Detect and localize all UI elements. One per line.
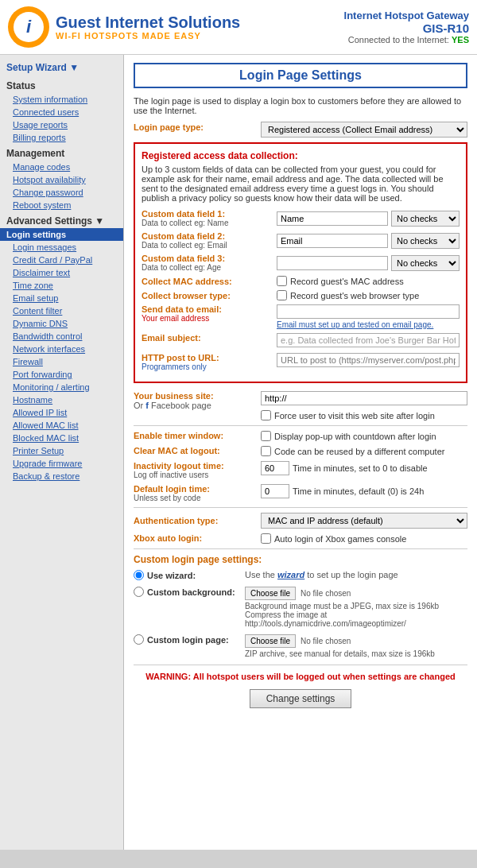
xbox-text: Auto login of Xbox games console xyxy=(274,534,406,544)
sidebar-item-system-information[interactable]: System information xyxy=(0,93,123,106)
bg-radio-row: Custom background: Choose file No file c… xyxy=(134,587,467,628)
collect-mac-label: Collect MAC address: xyxy=(142,277,277,286)
custom-field-1-label: Custom data field 1: Data to collect eg:… xyxy=(142,209,277,227)
custom-field-3-input[interactable] xyxy=(277,256,388,270)
wizard-radio-col: Use wizard: xyxy=(134,570,245,580)
sidebar-item-backup-restore[interactable]: Backup & restore xyxy=(0,470,123,482)
app-name: Guest Internet Solutions xyxy=(56,14,240,31)
sidebar-item-time-zone[interactable]: Time zone xyxy=(0,279,123,292)
http-post-wrap xyxy=(277,353,460,369)
login-page-type-row: Login page type: Registered access (Coll… xyxy=(134,122,467,138)
logo-i-letter: i xyxy=(26,17,31,37)
sidebar-item-network-interfaces[interactable]: Network interfaces xyxy=(0,343,123,355)
custom-field-1-check: No checks Email check xyxy=(391,211,460,227)
xbox-control: Auto login of Xbox games console xyxy=(261,533,467,544)
sidebar-item-login-messages[interactable]: Login messages xyxy=(0,241,123,254)
custom-field-2-check: No checks Email check xyxy=(391,233,460,249)
force-visit-text: Force user to visit this web site after … xyxy=(274,411,435,420)
custom-field-1-check-select[interactable]: No checks Email check xyxy=(391,211,460,227)
management-section-label: Management xyxy=(0,144,123,161)
custom-field-2-input[interactable] xyxy=(277,234,388,248)
page-radio-content: Choose file No file chosen ZIP archive, … xyxy=(245,634,467,658)
auth-select[interactable]: MAC and IP address (default) MAC address… xyxy=(261,513,467,529)
sidebar-item-change-password[interactable]: Change password xyxy=(0,186,123,199)
xbox-row: Xbox auto login: Auto login of Xbox game… xyxy=(134,533,467,544)
default-login-input[interactable] xyxy=(261,484,289,498)
sidebar-item-hotspot-availability[interactable]: Hotspot availability xyxy=(0,173,123,186)
page-choose-file-button[interactable]: Choose file xyxy=(245,634,296,648)
timer-text: Display pop-up with countdown after logi… xyxy=(274,432,436,441)
sidebar-item-reboot-system[interactable]: Reboot system xyxy=(0,199,123,211)
sidebar-item-printer-setup[interactable]: Printer Setup xyxy=(0,444,123,457)
sidebar-item-upgrade-firmware[interactable]: Upgrade firmware xyxy=(0,457,123,470)
collect-mac-row: Collect MAC address: Record guest's MAC … xyxy=(142,276,460,286)
clear-mac-checkbox[interactable] xyxy=(261,446,271,456)
page-radio[interactable] xyxy=(134,634,144,645)
custom-field-3-input-wrap xyxy=(277,256,388,270)
sidebar-item-credit-card[interactable]: Credit Card / PayPal xyxy=(0,254,123,266)
http-post-input[interactable] xyxy=(277,353,460,367)
clear-mac-row: Clear MAC at logout: Code can be reused … xyxy=(134,446,467,456)
sidebar-item-email-setup[interactable]: Email setup xyxy=(0,292,123,304)
inactivity-input[interactable] xyxy=(261,461,289,475)
main-content: Login Page Settings The login page is us… xyxy=(123,55,477,850)
setup-wizard-link[interactable]: Setup Wizard ▼ xyxy=(0,59,123,76)
timer-label: Enable timer window: xyxy=(134,431,261,440)
collect-mac-checkbox[interactable] xyxy=(277,276,287,286)
wizard-link[interactable]: wizard xyxy=(277,570,304,579)
sidebar-item-allowed-ip-list[interactable]: Allowed IP list xyxy=(0,406,123,419)
advanced-section-label: Advanced Settings ▼ xyxy=(0,211,123,228)
sidebar-item-connected-users[interactable]: Connected users xyxy=(0,106,123,118)
change-settings-button[interactable]: Change settings xyxy=(250,689,352,708)
send-email-input[interactable] xyxy=(277,304,460,319)
sidebar-item-allowed-mac-list[interactable]: Allowed MAC list xyxy=(0,419,123,432)
sidebar-item-dynamic-dns[interactable]: Dynamic DNS xyxy=(0,317,123,330)
custom-field-3-check-select[interactable]: No checks Email check xyxy=(391,255,460,271)
email-subject-input[interactable] xyxy=(277,333,460,347)
bg-radio[interactable] xyxy=(134,587,144,597)
send-email-wrap: Email must set up and tested on email pa… xyxy=(277,304,460,329)
collect-browser-text: Record guest's web browser type xyxy=(290,291,419,300)
custom-field-2-check-select[interactable]: No checks Email check xyxy=(391,233,460,249)
default-login-row: Default login time: Unless set by code T… xyxy=(134,484,467,502)
custom-field-1-input[interactable] xyxy=(277,211,388,226)
sidebar-item-content-filter[interactable]: Content filter xyxy=(0,304,123,317)
inactivity-control: Time in minutes, set to 0 to disable xyxy=(261,461,467,475)
header: i Guest Internet Solutions WI-FI HOTSPOT… xyxy=(0,0,477,55)
sidebar-item-monitoring-alerting[interactable]: Monitoring / alerting xyxy=(0,381,123,393)
bg-radio-label: Custom background: xyxy=(147,587,235,597)
send-email-label: Send data to email: Your email address xyxy=(142,304,277,323)
sidebar: Setup Wizard ▼ Status System information… xyxy=(0,55,123,850)
xbox-checkbox[interactable] xyxy=(261,533,271,544)
force-visit-checkbox[interactable] xyxy=(261,410,271,420)
wizard-radio-label: Use wizard: xyxy=(147,571,196,580)
wizard-radio[interactable] xyxy=(134,570,144,580)
sidebar-item-bandwidth-control[interactable]: Bandwidth control xyxy=(0,330,123,343)
business-site-input[interactable] xyxy=(261,391,467,405)
email-subject-wrap xyxy=(277,333,460,349)
bg-choose-file-button[interactable]: Choose file xyxy=(245,587,296,600)
auth-label: Authentication type: xyxy=(134,516,261,525)
sidebar-item-disclaimer-text[interactable]: Disclaimer text xyxy=(0,266,123,279)
default-login-note: Time in minutes, default (0) is 24h xyxy=(293,486,424,496)
sidebar-item-usage-reports[interactable]: Usage reports xyxy=(0,118,123,131)
sidebar-item-login-settings[interactable]: Login settings xyxy=(0,228,123,241)
app-model: GIS-R10 xyxy=(344,21,469,35)
sidebar-item-billing-reports[interactable]: Billing reports xyxy=(0,131,123,144)
logo-area: i Guest Internet Solutions WI-FI HOTSPOT… xyxy=(8,6,240,48)
sidebar-item-hostname[interactable]: Hostname xyxy=(0,393,123,406)
timer-checkbox[interactable] xyxy=(261,431,271,441)
login-page-type-control: Registered access (Collect Email address… xyxy=(261,122,467,138)
xbox-label: Xbox auto login: xyxy=(134,533,261,543)
bg-radio-content: Choose file No file chosen Background im… xyxy=(245,587,467,628)
connection-status: Connected to the Internet: YES xyxy=(344,35,469,45)
sidebar-item-manage-codes[interactable]: Manage codes xyxy=(0,161,123,173)
sidebar-item-port-forwarding[interactable]: Port forwarding xyxy=(0,368,123,381)
collect-browser-checkbox[interactable] xyxy=(277,290,287,300)
sidebar-item-firewall[interactable]: Firewall xyxy=(0,355,123,368)
auth-row: Authentication type: MAC and IP address … xyxy=(134,513,467,529)
login-page-type-select[interactable]: Registered access (Collect Email address… xyxy=(261,122,467,138)
app-title: Internet Hotspot Gateway xyxy=(344,10,469,21)
sidebar-item-blocked-mac-list[interactable]: Blocked MAC list xyxy=(0,432,123,444)
login-page-type-label: Login page type: xyxy=(134,122,261,134)
